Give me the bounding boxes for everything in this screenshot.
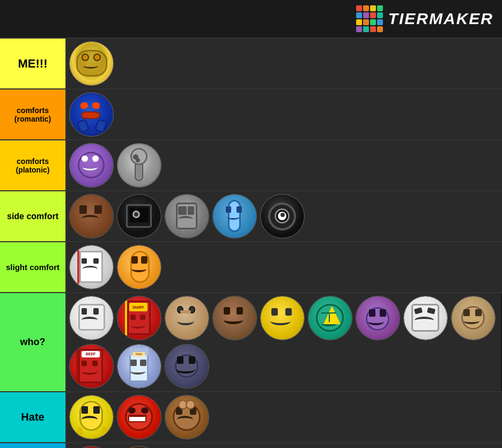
tier-label-me: ME!!! [0, 39, 67, 88]
avatar-white-paper [69, 245, 114, 289]
avatar-dark-creature [117, 446, 161, 448]
avatar-dark-red [69, 446, 114, 448]
tier-items-slight-comfort [67, 242, 502, 292]
tier-label-middle: *middle finger emoji* [0, 443, 67, 448]
avatar-red-diary: DIARY [117, 296, 161, 340]
avatar-yellow-leg [69, 395, 114, 439]
tier-label-side-comfort: side comfort [0, 191, 67, 241]
avatar-gray-spoon [117, 143, 161, 188]
avatar-gray-tape [165, 194, 209, 238]
avatar-teal-pie [308, 296, 352, 340]
tier-table: ME!!! comforts (romantic) [0, 39, 502, 448]
tier-label-comforts-platonic: comforts (platonic) [0, 140, 67, 190]
tier-row-slight-comfort: slight comfort [0, 242, 502, 293]
tier-items-who: DIARY [67, 293, 501, 391]
avatar-purple-face [356, 296, 400, 340]
tier-label-comforts-romantic: comforts (romantic) [0, 89, 67, 139]
tier-row-who: who? DIARY [0, 293, 502, 392]
tier-label-hate: Hate [0, 392, 67, 442]
logo-text: TierMaker [388, 10, 493, 28]
avatar-blue-creature [69, 92, 114, 137]
avatar-white-angry [403, 296, 448, 340]
tier-row-me: ME!!! [0, 39, 502, 89]
tier-row-side-comfort: side comfort [0, 191, 502, 242]
avatar-purple-moon [69, 143, 114, 188]
tier-row-comforts-romantic: comforts (romantic) [0, 89, 502, 140]
tiermaker-logo: TierMaker [356, 5, 493, 32]
tier-items-comforts-platonic [67, 140, 502, 190]
tier-items-hate [67, 392, 502, 442]
tier-items-side-comfort [67, 191, 502, 241]
avatar-blue-rect [212, 194, 257, 238]
avatar-brown-smile [212, 296, 257, 340]
avatar-milk-carton: TINY [117, 344, 161, 389]
tier-label-slight-comfort: slight comfort [0, 242, 67, 292]
tier-items-me [67, 39, 502, 88]
avatar-black-rect [117, 194, 161, 238]
avatar-red-book2: BEEF [69, 344, 114, 389]
avatar-red-swirl [117, 395, 161, 439]
avatar-black-disc [260, 194, 305, 238]
tier-label-who: who? [0, 293, 67, 391]
tier-row-comforts-platonic: comforts (platonic) [0, 140, 502, 191]
avatar-beige-face [165, 296, 209, 340]
avatar-tan-face [451, 296, 496, 340]
avatar-orange-shape [117, 245, 161, 289]
avatar-brown-ball-hate [165, 395, 209, 439]
tier-items-comforts-romantic [67, 89, 502, 139]
avatar-yellow-happy [260, 296, 305, 340]
avatar-me-sponge [69, 41, 114, 86]
tier-items-middle [67, 443, 502, 448]
tier-row-hate: Hate [0, 392, 502, 443]
avatar-dark-laugh [165, 344, 209, 389]
avatar-brown-rock [69, 194, 114, 238]
logo-grid [356, 5, 383, 32]
tier-row-middle: *middle finger emoji* [0, 443, 502, 448]
header-bar: TierMaker [0, 0, 502, 39]
avatar-white-sq [69, 296, 114, 340]
